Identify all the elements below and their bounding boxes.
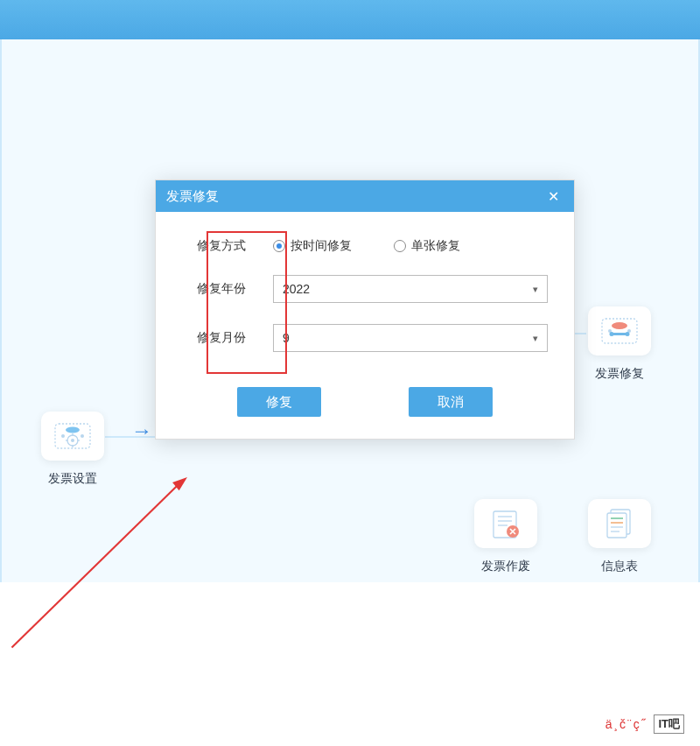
dialog-header: 发票修复 ✕ xyxy=(156,180,574,212)
method-label: 修复方式 xyxy=(182,238,261,254)
chevron-down-icon: ▾ xyxy=(533,284,538,295)
year-label: 修复年份 xyxy=(182,281,261,297)
invoice-void-item[interactable]: 发票作废 xyxy=(474,499,537,574)
year-value: 2022 xyxy=(283,282,310,296)
cancel-button[interactable]: 取消 xyxy=(409,387,493,417)
void-icon xyxy=(474,499,537,548)
info-label: 信息表 xyxy=(601,559,638,574)
svg-point-2 xyxy=(80,434,84,438)
radio-by-time[interactable]: 按时间修复 xyxy=(273,238,352,254)
month-label: 修复月份 xyxy=(182,330,261,346)
repair-dialog: 发票修复 ✕ 修复方式 按时间修复 单张修复 修复年份 2022 ▾ xyxy=(155,179,575,440)
repair-button[interactable]: 修复 xyxy=(237,387,321,417)
repair-icon xyxy=(588,306,651,355)
svg-rect-25 xyxy=(607,513,626,538)
svg-point-13 xyxy=(612,322,627,329)
watermark: ä¸č¨ç˝ IT吧 xyxy=(606,714,684,734)
svg-point-16 xyxy=(626,332,630,336)
svg-rect-14 xyxy=(612,333,627,335)
radio-single-label: 单张修复 xyxy=(411,238,460,254)
chevron-down-icon: ▾ xyxy=(533,333,538,344)
void-label: 发票作废 xyxy=(481,559,530,574)
radio-single[interactable]: 单张修复 xyxy=(394,238,460,254)
invoice-repair-item[interactable]: 发票修复 xyxy=(588,306,651,382)
radio-dot-icon xyxy=(273,240,285,252)
svg-point-15 xyxy=(610,332,614,336)
settings-icon xyxy=(41,412,104,461)
top-bar xyxy=(0,0,700,39)
svg-point-3 xyxy=(66,427,80,433)
svg-point-5 xyxy=(71,439,74,442)
watermark-text: ä¸č¨ç˝ xyxy=(606,717,648,731)
month-select[interactable]: 9 ▾ xyxy=(273,324,548,352)
close-icon[interactable]: ✕ xyxy=(542,186,564,207)
radio-by-time-label: 按时间修复 xyxy=(290,238,352,254)
radio-dot-icon xyxy=(394,240,406,252)
invoice-settings-item[interactable]: 发票设置 xyxy=(41,412,104,487)
settings-label: 发票设置 xyxy=(48,471,97,487)
dialog-title: 发票修复 xyxy=(166,188,219,205)
month-value: 9 xyxy=(283,331,290,345)
watermark-logo: IT吧 xyxy=(654,714,684,734)
svg-point-1 xyxy=(61,434,65,438)
info-icon xyxy=(588,499,651,548)
info-table-item[interactable]: 信息表 xyxy=(588,499,651,574)
year-select[interactable]: 2022 ▾ xyxy=(273,275,548,303)
flow-arrow-icon: → xyxy=(131,420,158,441)
repair-label: 发票修复 xyxy=(595,366,644,382)
